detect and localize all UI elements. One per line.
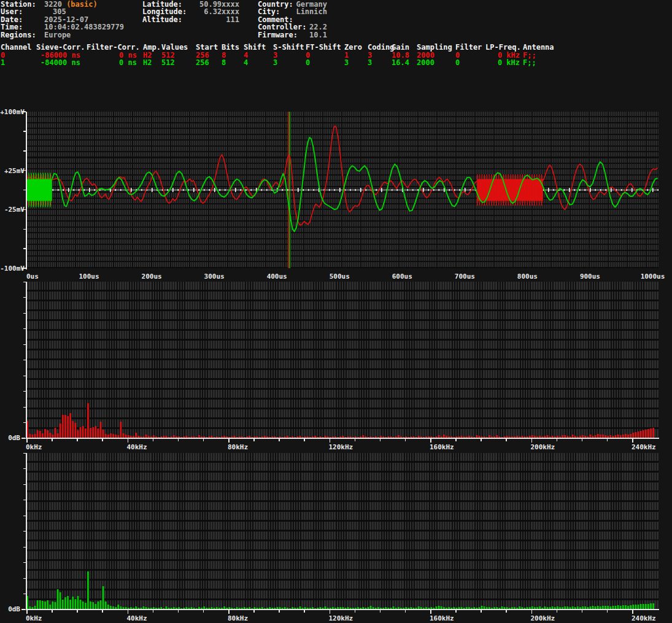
firmware-value: 10.1 [309,31,327,39]
spectrum-x-tick [557,610,558,613]
controller-label: Controller: [258,23,306,31]
spectrum-x-tick [481,439,482,441]
cell-channel: 0 [1,52,36,60]
cell-filter: 0 [455,52,485,60]
waveform-x-label: 300us [204,273,225,281]
spectrum-x-tick [531,610,533,614]
spectrum-x-label: 40kHz [127,443,147,451]
cell-coding: 3 [364,59,392,67]
spectrum-x-tick [228,439,230,443]
waveform-x-label: 1000us [641,273,665,281]
spectrum-bar [64,597,66,609]
spectrum-x-label: 240kHz [631,443,656,451]
column-header-filter-corr-: Filter-Corr. [87,44,143,52]
column-header-zero: Zero [340,44,364,52]
cell-start: 256 [196,59,222,67]
table-row-channel-1: 1-84000 ns0 nsH251225684303316.4200000 k… [1,59,584,67]
cell-shift: 4 [244,59,269,67]
spectrum-bar [90,428,91,438]
spectrum-x-tick [430,610,431,614]
spectrum-x-label: 120kHz [329,614,353,622]
firmware-row: Firmware:10.1 [258,31,327,39]
spectrum-bar [44,429,46,438]
column-header-filter: Filter [455,44,485,52]
spectrum-plot-channel-0 [26,282,658,438]
spectrum-bar [77,596,79,609]
spectrum-y-tick [23,531,26,532]
header-column-station: Station:3220 (basic) User:305 Date:2025-… [1,1,124,39]
column-header-bits: Bits [222,44,244,52]
waveform-y-tick [23,190,26,191]
spectrum-x-tick [102,439,103,441]
regions-label: Regions: [1,31,44,39]
spectrum-x-tick [253,439,255,441]
waveform-x-label: 700us [455,273,475,281]
spectrum-zero-dash [21,609,25,610]
column-header-sieve-corr-: Sieve-Corr. [36,44,87,52]
waveform-x-label: 100us [79,273,99,281]
spectrum-bar [95,426,96,438]
station-plan-badge-text: (basic) [66,0,98,9]
cell-zero: 3 [340,59,364,67]
spectrum-x-tick [455,610,457,613]
spectrum-bar [80,600,82,609]
spectrum-baseline [26,438,659,439]
spectrum-bar [60,592,61,609]
city-value: Linnich [296,8,327,15]
spectrum-y-tick [23,422,26,423]
spectrum-bar [92,427,94,438]
spectrum-x-label: 120kHz [329,443,353,451]
spectrum-x-tick [506,439,507,441]
controller-row: Controller:22.2 [258,23,327,31]
spectrum-x-tick [77,439,78,441]
trace-channel-0-seg1 [543,164,658,209]
column-header-ft-shift: FT-Shift [301,44,340,52]
spectrum-x-tick [203,439,204,441]
waveform-x-label: 600us [392,273,412,281]
spectrum-x-tick [102,610,103,613]
spectrum-bar [75,423,77,438]
spectrum-bar [72,421,74,438]
spectrum-x-tick [330,439,331,443]
spectrum-y-tick [23,391,26,392]
waveform-x-label: 400us [267,273,287,281]
spectrum-bar [42,601,44,609]
spectrum-y-tick [23,468,26,469]
spectrum-bar [80,427,82,438]
spectrum-y-tick [23,547,26,548]
column-header-coding: Coding [364,44,392,52]
cell-sampling: 2000 [417,59,455,67]
header-column-location: Latitude:50.99xxxx Longitude:6.32xxxx Al… [142,1,239,23]
spectrum-x-tick [607,610,608,613]
waveform-y-tick [23,150,26,152]
spectrum-x-tick [557,439,558,441]
waveform-x-label: 900us [580,273,600,281]
table-row-channel-0: 0-86000 ns0 nsH251225684301310.8200000 k… [1,52,584,60]
spectrum-x-tick [228,610,230,614]
spectrum-x-label: 160kHz [430,614,454,622]
column-header-values: Values [161,44,196,52]
spectrum-x-tick [531,439,533,443]
controller-value: 22.2 [309,23,327,31]
spectrum-x-label: 200kHz [531,614,555,622]
spectrum-y-axis-line [26,453,27,610]
spectrum-x-tick [203,610,204,613]
spectrum-bar [60,424,61,438]
column-header-amp-: Amp. [143,44,161,52]
cell-zero: 1 [340,52,364,60]
cell-sieve-corr-: -84000 ns [36,59,87,67]
spectrum-y-axis-line [26,282,27,439]
column-header-antenna: Antenna [523,44,584,52]
spectrum-y-tick [23,297,26,298]
spectrum-x-tick [153,610,154,613]
spectrum-x-tick [279,610,280,613]
waveform-y-label: +25mV [0,167,25,175]
spectrum-x-label: 80kHz [228,614,248,622]
cell-filter-corr-: 0 ns [87,59,143,67]
spectrum-x-tick [607,439,608,441]
waveform-x-label: 800us [517,273,538,281]
city-row: City:Linnich [258,8,327,15]
waveform-y-tick [23,229,26,230]
spectrum-bar [100,600,102,609]
spectrum-x-tick [632,439,633,443]
